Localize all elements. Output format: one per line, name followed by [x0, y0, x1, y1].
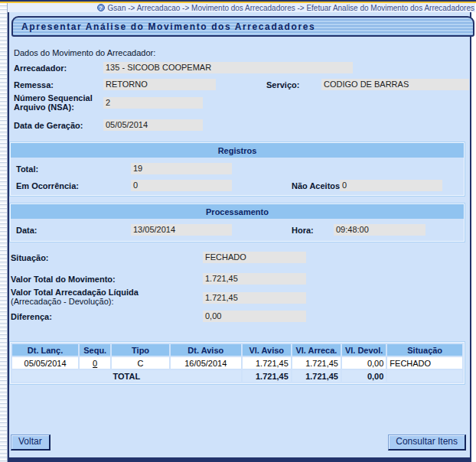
col-header-dt-aviso: Dt. Aviso — [171, 344, 241, 356]
arrecadador-field: 135 - SICOOB COOPEMAR — [103, 62, 353, 73]
processamento-data-label: Data: — [16, 226, 37, 235]
servico-field: CODIGO DE BARRAS — [321, 79, 469, 90]
cell-dt-aviso: 16/05/2014 — [171, 357, 241, 369]
valor-total-movimento-field: 1.721,45 — [203, 273, 306, 285]
page-title: Apresentar Análise do Movimento dos Arre… — [11, 16, 474, 37]
total-situacao-empty — [387, 370, 462, 382]
sequ-link[interactable]: 0 — [93, 359, 97, 368]
nsa-label-line2: Arquivo (NSA): — [14, 102, 74, 112]
left-decorative-strip — [0, 0, 8, 462]
nsa-field: 2 — [103, 97, 203, 109]
processamento-header: Processamento — [11, 204, 464, 219]
cell-dt-lanc: 05/05/2014 — [12, 357, 78, 369]
breadcrumb-text: Gsan -> Arrecadacao -> Movimento dos Arr… — [108, 4, 474, 12]
table-row: 05/05/2014 0 C 16/05/2014 1.721,45 1.721… — [12, 357, 462, 369]
help-icon[interactable]: ? — [97, 4, 105, 11]
registros-total-field: 19 — [131, 163, 232, 174]
col-header-vl-devol: Vl. Devol. — [342, 344, 386, 356]
data-geracao-field: 05/05/2014 — [103, 119, 203, 131]
processamento-section: Processamento Data: 13/05/2014 Hora: 09:… — [10, 203, 465, 242]
valor-liquido-field: 1.721,45 — [203, 292, 306, 304]
em-ocorrencia-label: Em Ocorrência: — [16, 181, 79, 190]
col-header-tipo: Tipo — [112, 344, 169, 356]
cell-vl-arreca: 1.721,45 — [292, 357, 341, 369]
processamento-hora-field: 09:48:00 — [334, 224, 425, 236]
remessa-label: Remessa: — [14, 80, 54, 89]
breadcrumb: ? Gsan -> Arrecadacao -> Movimento dos A… — [8, 3, 475, 12]
registros-section: Registros Total: 19 Em Ocorrência: 0 Não… — [10, 142, 465, 196]
total-vl-arreca: 1.721,45 — [292, 370, 341, 382]
situacao-field: FECHADO — [203, 252, 306, 263]
col-header-situacao: Situação — [387, 344, 462, 356]
em-ocorrencia-field: 0 — [131, 180, 232, 191]
registros-header: Registros — [11, 143, 464, 158]
consultar-itens-button[interactable]: Consultar Itens — [388, 434, 466, 451]
col-header-vl-aviso: Vl. Aviso — [243, 344, 291, 356]
valor-liquido-label-line2: (Arrecadação - Devolução): — [11, 297, 114, 306]
diferenca-label: Diferença: — [11, 312, 52, 321]
processamento-data-field: 13/05/2014 — [131, 224, 232, 236]
total-vl-aviso: 1.721,45 — [243, 370, 291, 382]
valor-liquido-label-line1: Valor Total Arrecadação Líquida — [11, 288, 139, 297]
servico-label: Serviço: — [266, 80, 299, 89]
valor-total-movimento-label: Valor Total do Movimento: — [11, 275, 116, 284]
itens-table: Dt. Lanç. Sequ. Tipo Dt. Aviso Vl. Aviso… — [10, 342, 465, 384]
cell-vl-aviso: 1.721,45 — [243, 357, 291, 369]
registros-total-label: Total: — [16, 164, 38, 174]
diferenca-field: 0,00 — [203, 311, 306, 322]
cell-tipo: C — [112, 357, 169, 369]
cell-vl-devol: 0,00 — [342, 357, 386, 369]
col-header-sequ: Sequ. — [80, 344, 110, 356]
total-label: TOTAL — [12, 370, 241, 382]
table-total-row: TOTAL 1.721,45 1.721,45 0,00 — [12, 370, 462, 382]
col-header-dt-lanc: Dt. Lanç. — [12, 344, 78, 356]
processamento-hora-label: Hora: — [292, 226, 314, 235]
nao-aceitos-label: Não Aceitos: — [292, 181, 343, 190]
voltar-button[interactable]: Voltar — [11, 434, 51, 451]
content-frame: Apresentar Análise do Movimento dos Arre… — [8, 12, 471, 462]
cell-sequ: 0 — [80, 357, 110, 369]
nsa-label-line1: Número Sequencial — [14, 93, 93, 102]
arrecadador-label: Arrecadador: — [14, 63, 67, 73]
data-geracao-label: Data de Geração: — [14, 121, 83, 130]
total-vl-devol: 0,00 — [342, 370, 386, 382]
situacao-label: Situação: — [11, 253, 49, 262]
table-header-row: Dt. Lanç. Sequ. Tipo Dt. Aviso Vl. Aviso… — [12, 344, 462, 356]
section-label-dados-movimento: Dados do Movimento do Arrecadador: — [14, 48, 155, 57]
nao-aceitos-field: 0 — [340, 180, 442, 191]
gsan-window: ? Gsan -> Arrecadacao -> Movimento dos A… — [0, 0, 476, 462]
cell-situacao: FECHADO — [387, 357, 462, 369]
col-header-vl-arreca: Vl. Arreca. — [292, 344, 341, 356]
remessa-field: RETORNO — [103, 79, 216, 90]
